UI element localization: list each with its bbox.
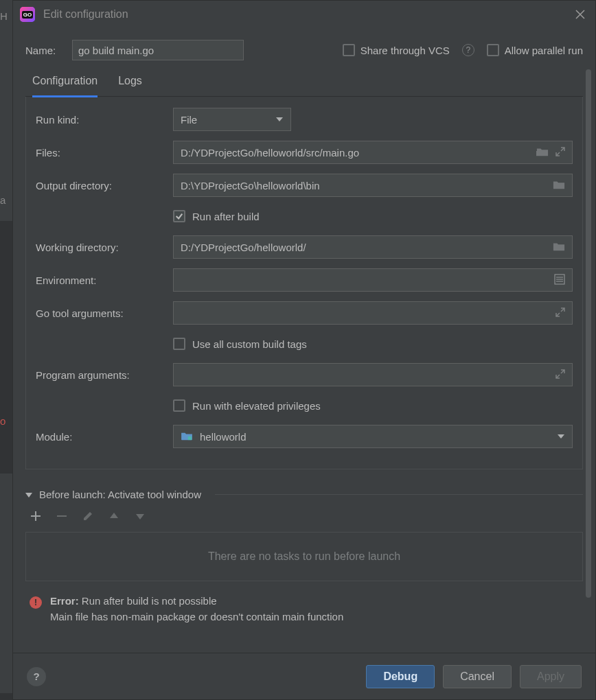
svg-rect-6 bbox=[31, 515, 41, 517]
output-dir-input[interactable]: D:\YDProjectGo\helloworld\bin bbox=[173, 174, 573, 197]
files-value: D:/YDProjectGo/helloworld/src/main.go bbox=[181, 147, 536, 159]
expand-icon[interactable] bbox=[555, 369, 565, 381]
partial-letter-o: o bbox=[0, 415, 5, 427]
working-dir-label: Working directory: bbox=[36, 242, 173, 253]
tab-logs[interactable]: Logs bbox=[118, 75, 142, 96]
help-button[interactable]: ? bbox=[27, 667, 46, 686]
goland-app-icon: GO bbox=[20, 7, 35, 22]
name-input[interactable] bbox=[72, 40, 244, 60]
module-label: Module: bbox=[36, 431, 173, 443]
allow-parallel-label: Allow parallel run bbox=[505, 45, 583, 56]
module-folder-icon bbox=[181, 431, 193, 443]
error-line1: Run after build is not possible bbox=[79, 595, 217, 607]
module-select[interactable]: helloworld bbox=[173, 425, 573, 448]
add-task-button[interactable] bbox=[30, 510, 42, 522]
before-launch-label: Before launch: Activate tool window bbox=[39, 489, 201, 500]
before-launch-header[interactable]: Before launch: Activate tool window bbox=[25, 489, 583, 500]
edit-configuration-dialog: GO Edit configuration Name: Share throug… bbox=[12, 0, 596, 700]
edit-task-button[interactable] bbox=[82, 510, 94, 522]
run-kind-label: Run kind: bbox=[36, 114, 173, 126]
go-tool-args-input[interactable] bbox=[173, 301, 573, 325]
help-icon[interactable]: ? bbox=[462, 44, 474, 56]
move-up-button[interactable] bbox=[108, 510, 120, 522]
folder-open-icon[interactable] bbox=[553, 179, 565, 192]
use-all-tags-checkbox[interactable] bbox=[173, 338, 185, 350]
dialog-title: Edit configuration bbox=[43, 8, 128, 21]
environment-label: Environment: bbox=[36, 275, 173, 286]
run-kind-select[interactable]: File bbox=[173, 108, 291, 131]
close-icon[interactable] bbox=[572, 6, 588, 23]
error-icon: ! bbox=[30, 596, 42, 609]
expand-icon[interactable] bbox=[555, 307, 565, 319]
partial-letter-h: H bbox=[0, 10, 8, 22]
cancel-button[interactable]: Cancel bbox=[443, 665, 512, 688]
partial-letter-a: a bbox=[0, 194, 5, 206]
output-dir-value: D:\YDProjectGo\helloworld\bin bbox=[181, 180, 553, 191]
allow-parallel-checkbox[interactable]: Allow parallel run bbox=[487, 44, 583, 56]
name-label: Name: bbox=[25, 45, 61, 56]
error-prefix: Error: bbox=[50, 595, 79, 607]
run-after-build-checkbox[interactable] bbox=[173, 210, 185, 222]
svg-rect-7 bbox=[57, 515, 67, 517]
error-line2: Main file has non-main package or doesn'… bbox=[50, 611, 343, 622]
module-value: helloworld bbox=[200, 431, 247, 443]
expand-icon[interactable] bbox=[555, 147, 565, 159]
error-message: Error: Run after build is not possible M… bbox=[50, 594, 343, 625]
svg-rect-4 bbox=[188, 436, 192, 439]
run-after-build-label: Run after build bbox=[192, 211, 260, 222]
move-down-button[interactable] bbox=[134, 510, 146, 522]
working-dir-value: D:/YDProjectGo/helloworld/ bbox=[181, 242, 553, 253]
apply-button[interactable]: Apply bbox=[520, 665, 582, 688]
debug-button[interactable]: Debug bbox=[366, 665, 435, 688]
tab-configuration[interactable]: Configuration bbox=[32, 75, 98, 97]
output-dir-label: Output directory: bbox=[36, 180, 173, 191]
folder-open-icon[interactable] bbox=[553, 241, 565, 254]
tasks-list-empty: There are no tasks to run before launch bbox=[25, 532, 583, 581]
program-args-input[interactable] bbox=[173, 363, 573, 386]
working-dir-input[interactable]: D:/YDProjectGo/helloworld/ bbox=[173, 235, 573, 259]
remove-task-button[interactable] bbox=[56, 510, 68, 522]
separator-line bbox=[215, 494, 583, 495]
share-vcs-label: Share through VCS bbox=[360, 45, 450, 56]
environment-input[interactable] bbox=[173, 268, 573, 292]
run-elevated-label: Run with elevated privileges bbox=[192, 400, 321, 412]
vertical-scrollbar[interactable] bbox=[586, 69, 591, 598]
run-kind-value: File bbox=[181, 114, 197, 126]
folder-open-icon[interactable] bbox=[536, 146, 549, 159]
list-icon[interactable] bbox=[554, 274, 565, 287]
tasks-empty-text: There are no tasks to run before launch bbox=[208, 550, 400, 563]
run-elevated-checkbox[interactable] bbox=[173, 399, 185, 412]
titlebar: GO Edit configuration bbox=[13, 1, 595, 28]
chevron-down-icon bbox=[275, 114, 284, 126]
files-input[interactable]: D:/YDProjectGo/helloworld/src/main.go bbox=[173, 141, 573, 164]
files-label: Files: bbox=[36, 147, 173, 159]
program-args-label: Program arguments: bbox=[36, 369, 173, 381]
triangle-down-icon bbox=[25, 489, 32, 500]
share-vcs-checkbox[interactable]: Share through VCS bbox=[343, 44, 450, 56]
go-tool-args-label: Go tool arguments: bbox=[36, 307, 173, 319]
chevron-down-icon bbox=[557, 431, 565, 443]
use-all-tags-label: Use all custom build tags bbox=[192, 338, 307, 350]
